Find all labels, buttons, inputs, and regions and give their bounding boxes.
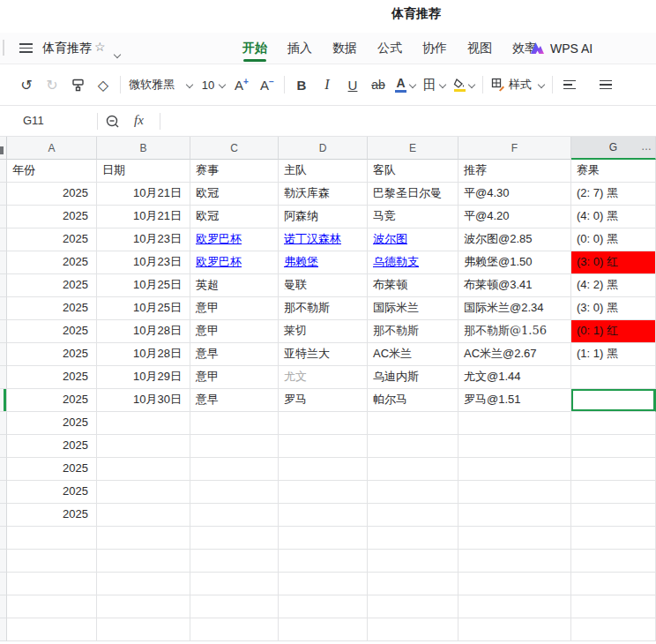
row-gutter[interactable] <box>0 183 7 206</box>
cell[interactable]: 诺丁汉森林 <box>279 228 368 251</box>
cell[interactable]: 2025 <box>7 183 97 206</box>
column-header-A[interactable]: A <box>7 137 97 160</box>
align-left-button[interactable] <box>561 73 578 96</box>
increase-font-button[interactable]: A+ <box>233 73 250 96</box>
cell[interactable]: 欧罗巴杯 <box>190 228 279 251</box>
cell[interactable]: 推荐 <box>458 160 571 183</box>
cell[interactable] <box>7 573 97 595</box>
fill-color-button[interactable] <box>453 73 474 96</box>
cell-reference-box[interactable]: G11 <box>23 114 44 127</box>
cell[interactable]: 曼联 <box>279 274 368 297</box>
cell[interactable]: (0: 0) 黑 <box>571 228 656 251</box>
column-header-F[interactable]: F <box>458 137 571 160</box>
cell[interactable] <box>7 618 97 641</box>
cell[interactable]: 马竞 <box>368 206 458 228</box>
column-header-E[interactable]: E <box>368 137 458 160</box>
tab-插入[interactable]: 插入 <box>285 33 315 64</box>
cell[interactable] <box>190 435 279 458</box>
cell[interactable]: 10月28日 <box>97 320 190 343</box>
column-header-C[interactable]: C <box>190 137 279 160</box>
column-header-B[interactable]: B <box>97 137 190 160</box>
cell[interactable] <box>97 550 190 573</box>
cell[interactable] <box>368 573 458 595</box>
underline-button[interactable]: U <box>344 73 362 96</box>
cell[interactable] <box>368 412 458 435</box>
cell[interactable]: 那不勒斯 <box>368 320 458 343</box>
cell[interactable]: 10月29日 <box>97 366 190 389</box>
cell[interactable]: 2025 <box>7 458 97 481</box>
cell[interactable]: 赛事 <box>190 160 279 183</box>
cell[interactable]: 主队 <box>279 160 368 183</box>
row-gutter[interactable] <box>0 481 7 504</box>
cell[interactable] <box>279 435 368 458</box>
row-gutter[interactable] <box>0 251 7 274</box>
cell[interactable]: 国际米兰@2.34 <box>458 297 571 320</box>
cell[interactable]: (2: 7) 黑 <box>571 183 656 206</box>
cell[interactable] <box>458 481 571 504</box>
tab-开始[interactable]: 开始 <box>240 33 270 64</box>
cell[interactable]: 10月21日 <box>97 206 190 228</box>
cell[interactable] <box>97 504 190 527</box>
cell[interactable]: 2025 <box>7 435 97 458</box>
row-gutter[interactable] <box>0 343 7 366</box>
row-gutter[interactable] <box>0 458 7 481</box>
row-gutter[interactable] <box>0 573 7 595</box>
wps-ai-button[interactable]: WPS AI <box>530 33 593 64</box>
cell[interactable]: (4: 0) 黑 <box>571 206 656 228</box>
cell[interactable]: 亚特兰大 <box>279 343 368 366</box>
chevron-down-icon[interactable] <box>115 45 120 61</box>
cell[interactable] <box>571 435 656 458</box>
cell[interactable]: 客队 <box>368 160 458 183</box>
cell[interactable] <box>458 458 571 481</box>
cell[interactable] <box>368 435 458 458</box>
cell[interactable] <box>97 527 190 550</box>
cell[interactable] <box>7 550 97 573</box>
cell[interactable] <box>279 618 368 641</box>
cell[interactable]: 2025 <box>7 343 97 366</box>
zoom-out-icon[interactable] <box>105 114 121 130</box>
cell[interactable]: AC米兰 <box>368 343 458 366</box>
cell[interactable]: 10月25日 <box>97 274 190 297</box>
cell[interactable]: (0: 1) 红 <box>571 320 656 343</box>
row-gutter[interactable] <box>0 228 7 251</box>
cell[interactable] <box>458 573 571 595</box>
cell[interactable]: 平@4.20 <box>458 206 571 228</box>
cell[interactable] <box>571 389 656 412</box>
cell[interactable]: 布莱顿@3.41 <box>458 274 571 297</box>
tab-协作[interactable]: 协作 <box>420 33 450 64</box>
cell[interactable]: 欧冠 <box>190 183 279 206</box>
row-gutter[interactable] <box>0 366 7 389</box>
cell[interactable] <box>7 595 97 618</box>
cell[interactable]: 2025 <box>7 320 97 343</box>
font-color-button[interactable]: A <box>395 73 415 96</box>
cell[interactable] <box>368 595 458 618</box>
cell[interactable]: 那不勒斯@1.56 <box>458 320 571 343</box>
cell[interactable] <box>458 550 571 573</box>
row-gutter[interactable] <box>0 504 7 527</box>
row-gutter[interactable] <box>0 297 7 320</box>
cell[interactable]: 英超 <box>190 274 279 297</box>
cell[interactable] <box>97 595 190 618</box>
hidden-columns-indicator[interactable]: … <box>641 140 652 153</box>
cell[interactable]: 平@4.30 <box>458 183 571 206</box>
tab-数据[interactable]: 数据 <box>330 33 360 64</box>
cell[interactable]: 10月23日 <box>97 251 190 274</box>
cell[interactable]: 2025 <box>7 481 97 504</box>
cell[interactable]: AC米兰@2.67 <box>458 343 571 366</box>
cell[interactable]: 波尔图 <box>368 228 458 251</box>
row-gutter[interactable] <box>0 320 7 343</box>
cell[interactable] <box>279 412 368 435</box>
row-gutter[interactable] <box>0 389 7 412</box>
cell[interactable] <box>190 458 279 481</box>
cell[interactable]: 意甲 <box>190 366 279 389</box>
cell[interactable]: 赛果 <box>571 160 656 183</box>
cell[interactable] <box>97 481 190 504</box>
italic-button[interactable]: I <box>318 73 336 96</box>
cell[interactable]: 布莱顿 <box>368 274 458 297</box>
cell[interactable] <box>97 458 190 481</box>
cell[interactable]: (4: 2) 黑 <box>571 274 656 297</box>
cell[interactable]: 弗赖堡@1.50 <box>458 251 571 274</box>
cell[interactable] <box>368 618 458 641</box>
cell[interactable]: 2025 <box>7 251 97 274</box>
cell[interactable] <box>97 618 190 641</box>
